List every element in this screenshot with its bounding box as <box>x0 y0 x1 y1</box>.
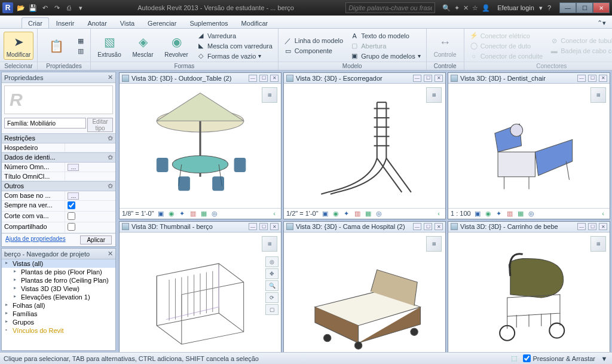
prop-compartilhado[interactable]: Compartilhado <box>2 222 115 233</box>
compartilhado-checkbox[interactable] <box>68 223 75 231</box>
vc-icon[interactable]: ◎ <box>527 210 536 217</box>
grupo-modelos-button[interactable]: ▣Grupo de modelos ▾ <box>348 51 423 61</box>
view-close-icon[interactable]: ✕ <box>270 223 279 230</box>
vc-icon[interactable]: ▣ <box>473 210 482 217</box>
press-drag-toggle[interactable]: Pressionar & Arrastar <box>523 354 595 362</box>
tree-vistas[interactable]: Vistas (all) <box>2 259 115 268</box>
prop-sempre-ver[interactable]: Sempre na ver... <box>2 201 115 212</box>
view-min-icon[interactable]: — <box>577 223 586 230</box>
view-close-icon[interactable]: ✕ <box>270 75 279 82</box>
view-min-icon[interactable]: — <box>413 75 421 82</box>
search-input[interactable] <box>345 2 435 13</box>
tree-elevacoes[interactable]: Elevações (Elevation 1) <box>10 293 115 301</box>
modify-button[interactable]: ➤ Modificar <box>4 32 33 60</box>
browser-tree[interactable]: Vistas (all) Plantas de piso (Floor Plan… <box>2 259 115 350</box>
view-max-icon[interactable]: ☐ <box>259 223 268 230</box>
nav-pan-icon[interactable]: ✥ <box>265 268 279 279</box>
save-icon[interactable]: 💾 <box>27 2 38 13</box>
tab-vista[interactable]: Vista <box>114 18 140 28</box>
properties-close-icon[interactable]: ✕ <box>108 74 113 81</box>
user-icon[interactable]: 👤 <box>482 4 490 12</box>
formas-vazio-button[interactable]: ◇Formas de vazio ▾ <box>195 51 274 61</box>
tab-inserir[interactable]: Inserir <box>50 18 81 28</box>
vc-arrow-icon[interactable]: ‹ <box>434 210 443 217</box>
viewcube[interactable]: ▩ <box>426 87 442 103</box>
redo-icon[interactable]: ↷ <box>51 2 62 13</box>
properties-help-link[interactable]: Ajuda de propriedades <box>5 235 66 244</box>
vc-icon[interactable]: ◉ <box>484 210 492 217</box>
vc-icon[interactable]: ▥ <box>189 210 197 217</box>
tab-criar[interactable]: Criar <box>22 17 49 28</box>
linha-modelo-button[interactable]: ／Linha do modelo <box>282 36 345 45</box>
prop-titulo-omni[interactable]: Título OmniCl... <box>2 172 115 181</box>
cat-restricoes[interactable]: Restrições✩ <box>2 133 115 143</box>
nav-zoom-icon[interactable]: 🔍 <box>265 280 279 291</box>
favorite-icon[interactable]: ☆ <box>472 4 478 12</box>
view-max-icon[interactable]: ☐ <box>588 75 596 82</box>
apply-button[interactable]: Aplicar <box>80 235 112 244</box>
nav-wheel-icon[interactable]: ◎ <box>265 256 279 267</box>
open-icon[interactable]: 📂 <box>16 2 26 13</box>
tab-modificar[interactable]: Modificar <box>235 18 274 28</box>
prop-com-base[interactable]: Com base no ...… <box>2 191 115 201</box>
corte-va-checkbox[interactable] <box>68 212 75 220</box>
app-menu-icon[interactable]: R <box>2 2 13 13</box>
prop-hospedeiro[interactable]: Hospedeiro <box>2 143 115 152</box>
view-max-icon[interactable]: ☐ <box>588 223 596 230</box>
viewcube[interactable]: ▩ <box>262 236 277 252</box>
family-category-button[interactable]: ▥ <box>75 46 87 56</box>
tree-grupos[interactable]: Grupos <box>2 318 115 326</box>
view-min-icon[interactable]: — <box>577 75 586 82</box>
tree-familias[interactable]: Famílias <box>2 310 115 318</box>
vc-icon[interactable]: ✦ <box>342 210 351 217</box>
varredura-button[interactable]: ◢Varredura <box>195 31 274 41</box>
prop-corte-va[interactable]: Corte com va... <box>2 212 115 222</box>
view-close-icon[interactable]: ✕ <box>599 223 607 230</box>
maximize-button[interactable]: ☐ <box>576 2 593 13</box>
controle-button[interactable]: ↔Controle <box>430 32 460 59</box>
family-type-select[interactable] <box>4 118 86 129</box>
undo-icon[interactable]: ↶ <box>39 2 50 13</box>
view-canvas[interactable]: ▩ <box>284 84 445 208</box>
status-icon[interactable]: ⬚ <box>510 354 518 363</box>
tree-vinculos[interactable]: Vínculos do Revit <box>2 326 115 335</box>
tree-folhas[interactable]: Folhas (all) <box>2 301 115 310</box>
vc-icon[interactable]: ▦ <box>516 210 525 217</box>
ribbon-collapse-icon[interactable]: ⌃▾ <box>591 17 612 28</box>
vc-icon[interactable]: ▣ <box>321 210 329 217</box>
vc-icon[interactable]: ▥ <box>353 210 362 217</box>
vc-icon[interactable]: ◎ <box>375 210 383 217</box>
vc-icon[interactable]: ✦ <box>178 210 186 217</box>
view-canvas[interactable]: ▩ <box>120 84 281 208</box>
view-close-icon[interactable]: ✕ <box>599 75 607 82</box>
extrusao-button[interactable]: ▧Extrusão <box>94 32 124 59</box>
view-min-icon[interactable]: — <box>249 75 257 82</box>
sempre-ver-checkbox[interactable] <box>68 201 75 209</box>
view-max-icon[interactable]: ☐ <box>424 75 432 82</box>
login-link[interactable]: Efetuar login <box>497 4 534 11</box>
view-min-icon[interactable]: — <box>249 223 257 230</box>
view-close-icon[interactable]: ✕ <box>434 75 443 82</box>
viewcube[interactable]: ▩ <box>590 87 606 103</box>
tab-suplementos[interactable]: Suplementos <box>183 18 234 28</box>
close-button[interactable]: ✕ <box>593 2 610 13</box>
subscription-icon[interactable]: ✦ <box>454 4 460 12</box>
cat-outros[interactable]: Outros✩ <box>2 181 115 191</box>
minimize-button[interactable]: — <box>559 2 576 13</box>
browser-close-icon[interactable]: ✕ <box>108 250 113 258</box>
edit-type-button[interactable]: Editar tipo <box>87 118 113 132</box>
view-max-icon[interactable]: ☐ <box>424 223 432 230</box>
mesclar-button[interactable]: ◈Mesclar <box>128 32 158 59</box>
view-canvas[interactable]: ▩ <box>448 233 610 352</box>
tree-plantas-forro[interactable]: Plantas de forro (Ceiling Plan) <box>10 276 115 285</box>
vc-icon[interactable]: ✦ <box>495 210 503 217</box>
viewcube[interactable]: ▩ <box>426 236 442 252</box>
tree-plantas-piso[interactable]: Plantas de piso (Floor Plan) <box>10 268 115 276</box>
view-canvas[interactable]: ▩ ◎ ✥ 🔍 ⟳ ▢ <box>120 233 281 352</box>
view-canvas[interactable]: ▩ <box>448 84 610 208</box>
qat-more-icon[interactable]: ▾ <box>75 2 86 13</box>
viewcube[interactable]: ▩ <box>262 87 277 103</box>
tab-gerenciar[interactable]: Gerenciar <box>142 18 182 28</box>
vc-icon[interactable]: ▦ <box>364 210 372 217</box>
vc-icon[interactable]: ◉ <box>332 210 340 217</box>
